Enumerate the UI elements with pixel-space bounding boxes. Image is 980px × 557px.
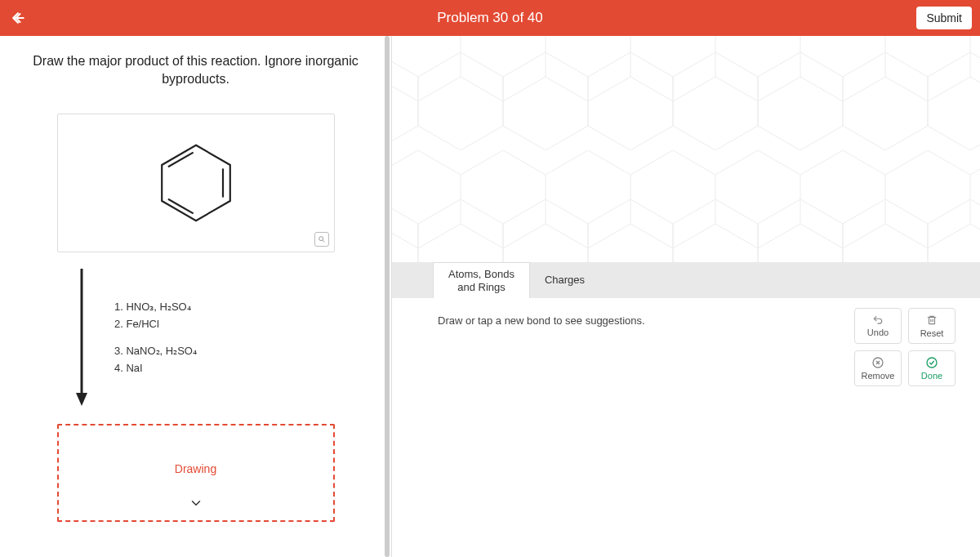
drawing-target[interactable]: Drawing	[57, 424, 335, 522]
drawing-canvas[interactable]: Drag To Pan + − .zoom-controls{right:10p…	[392, 36, 980, 262]
svg-rect-17	[929, 318, 935, 324]
benzene-icon	[151, 138, 241, 228]
reagent-2: 2. Fe/HCl	[114, 316, 197, 333]
page-title: Problem 30 of 40	[437, 10, 542, 26]
undo-icon	[871, 314, 884, 326]
submit-button[interactable]: Submit	[916, 7, 972, 29]
svg-line-7	[323, 240, 324, 242]
chevron-down-icon[interactable]	[189, 496, 203, 514]
reactant-structure	[57, 114, 335, 252]
scrollbar[interactable]	[385, 36, 390, 557]
check-circle-icon	[925, 356, 938, 369]
back-button[interactable]	[8, 8, 28, 28]
done-button[interactable]: Done	[908, 350, 956, 386]
tab-atoms-bonds-rings[interactable]: Atoms, Bonds and Rings	[433, 262, 530, 299]
zoom-icon[interactable]	[314, 232, 329, 247]
trash-icon	[926, 314, 938, 327]
reset-button[interactable]: Reset	[908, 308, 956, 344]
drawing-label: Drawing	[175, 462, 216, 475]
remove-button[interactable]: Remove	[854, 350, 902, 386]
undo-button[interactable]: Undo	[854, 308, 902, 344]
problem-panel: Draw the major product of this reaction.…	[0, 36, 392, 557]
problem-prompt: Draw the major product of this reaction.…	[24, 52, 367, 89]
hex-grid-icon	[392, 36, 980, 262]
svg-marker-2	[162, 145, 230, 221]
reagent-1: 1. HNO₃, H₂SO₄	[114, 299, 197, 316]
reagents-list: 1. HNO₃, H₂SO₄ 2. Fe/HCl 3. NaNO₂, H₂SO₄…	[114, 299, 197, 377]
x-circle-icon	[871, 356, 884, 369]
tool-tabs: Atoms, Bonds and Rings Charges	[392, 262, 980, 298]
svg-marker-9	[76, 393, 87, 406]
reagent-4: 4. NaI	[114, 360, 197, 377]
reagent-3: 3. NaNO₂, H₂SO₄	[114, 343, 197, 360]
svg-point-6	[318, 236, 323, 240]
svg-rect-16	[392, 36, 980, 262]
tool-panel: Draw or tap a new bond to see suggestion…	[392, 298, 980, 557]
reaction-arrow-icon	[74, 269, 90, 408]
tab-charges[interactable]: Charges	[530, 262, 599, 298]
svg-point-23	[927, 358, 937, 368]
